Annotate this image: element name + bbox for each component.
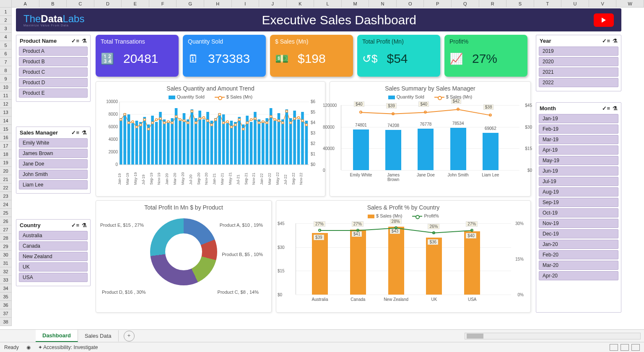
slicer-country[interactable]: Country✓≡⚗ AustraliaCanadaNew ZealandUKU… (16, 219, 91, 286)
view-normal-icon[interactable] (610, 344, 618, 351)
svg-point-114 (305, 124, 307, 126)
svg-point-110 (298, 116, 300, 119)
slicer-item[interactable]: Liam Lee (19, 180, 88, 189)
slicer-item[interactable]: Product C (19, 67, 88, 77)
kpi-row: Total Transations🔢20481 Quantity Sold🗓37… (96, 35, 527, 77)
svg-point-60 (199, 118, 201, 120)
slicer-item[interactable]: Jane Doe (19, 159, 88, 168)
slicer-item[interactable]: Feb-20 (539, 250, 618, 259)
kpi-quantity: Quantity Sold🗓373383 (183, 35, 266, 77)
slicer-item[interactable]: Mar-20 (539, 261, 618, 270)
svg-point-54 (187, 122, 189, 124)
tab-dashboard[interactable]: Dashboard (36, 330, 78, 342)
svg-point-22 (124, 114, 126, 116)
svg-text:May-21: May-21 (228, 172, 232, 185)
svg-text:Sep-21: Sep-21 (244, 173, 248, 185)
slicer-item[interactable]: Mar-19 (539, 135, 618, 144)
clear-filter-icon[interactable]: ⚗ (82, 38, 87, 44)
slicer-item[interactable]: John Smith (19, 170, 88, 179)
view-pagebreak-icon[interactable] (631, 344, 640, 351)
clear-filter-icon[interactable]: ⚗ (613, 105, 618, 111)
svg-rect-91 (262, 121, 265, 165)
slicer-item[interactable]: Sep-19 (539, 198, 618, 207)
view-layout-icon[interactable] (621, 344, 629, 351)
slicer-item[interactable]: Australia (19, 231, 88, 240)
slicer-item[interactable]: Dec-19 (539, 229, 618, 238)
svg-rect-33 (147, 124, 150, 165)
slicer-item[interactable]: Emily White (19, 138, 88, 148)
chart-trend[interactable]: Sales Quantity and Amount Trend Quantity… (96, 81, 325, 197)
slicer-item[interactable]: USA (19, 273, 88, 282)
svg-rect-55 (191, 109, 194, 165)
slicer-product[interactable]: Product Name✓≡⚗ Product AProduct BProduc… (16, 35, 91, 102)
slicer-item[interactable]: UK (19, 262, 88, 272)
clear-filter-icon[interactable]: ⚗ (82, 129, 87, 136)
svg-point-102 (282, 122, 284, 124)
clear-filter-icon[interactable]: ⚗ (82, 222, 87, 228)
svg-point-26 (132, 121, 134, 123)
slicer-item[interactable]: 2022 (539, 78, 618, 87)
slicer-manager[interactable]: Sales Manager✓≡⚗ Emily WhiteJames BrownJ… (16, 127, 91, 194)
svg-text:Nov-19: Nov-19 (157, 173, 161, 185)
tab-salesdata[interactable]: Sales Data (78, 330, 119, 342)
slicer-item[interactable]: 2019 (539, 47, 618, 56)
multiselect-icon[interactable]: ✓≡ (602, 105, 610, 111)
slicer-item[interactable]: Oct-19 (539, 208, 618, 217)
svg-rect-29 (139, 122, 142, 165)
slicer-item[interactable]: Jun-19 (539, 166, 618, 176)
svg-text:Sep-22: Sep-22 (291, 173, 296, 185)
svg-text:$6: $6 (311, 99, 316, 104)
svg-rect-109 (297, 119, 300, 165)
slicer-item[interactable]: Jan-19 (539, 114, 618, 123)
slicer-item[interactable]: Apr-20 (539, 271, 618, 280)
slicer-item[interactable]: New Zealand (19, 252, 88, 261)
chart-title: Sales & Profit % by Country (280, 204, 526, 211)
svg-point-74 (226, 121, 229, 123)
svg-point-104 (286, 110, 288, 112)
svg-point-80 (238, 119, 240, 121)
chart-donut[interactable]: Total Profit In Mn $ by Product Product … (96, 200, 272, 313)
chart-country[interactable]: Sales & Profit % by Country $ Sales (Mn)… (276, 200, 531, 313)
add-sheet-button[interactable]: + (124, 331, 135, 342)
multiselect-icon[interactable]: ✓≡ (602, 38, 610, 44)
accessibility-status[interactable]: ✦ Accessibility: Investigate (38, 344, 98, 350)
svg-text:Mar-21: Mar-21 (220, 173, 224, 185)
slicer-item[interactable]: James Brown (19, 149, 88, 158)
slicer-item[interactable]: Canada (19, 241, 88, 251)
slicer-item[interactable]: Product E (19, 88, 88, 98)
svg-rect-57 (195, 118, 197, 165)
slicer-item[interactable]: Product B (19, 57, 88, 66)
slicer-item[interactable]: Product D (19, 78, 88, 87)
slicer-item[interactable]: May-19 (539, 156, 618, 165)
multiselect-icon[interactable]: ✓≡ (71, 222, 79, 228)
slicer-item[interactable]: Product A (19, 47, 88, 56)
slicer-item[interactable]: Aug-19 (539, 187, 618, 197)
multiselect-icon[interactable]: ✓≡ (71, 129, 79, 136)
svg-text:Sep-19: Sep-19 (149, 173, 153, 185)
slicer-month[interactable]: Month✓≡⚗ Jan-19Feb-19Mar-19Apr-19May-19J… (536, 102, 621, 313)
slicer-item[interactable]: Feb-19 (539, 124, 618, 134)
slicer-item[interactable]: Jan-20 (539, 240, 618, 249)
macro-record-icon[interactable]: ◉ (26, 344, 31, 350)
svg-text:Jan-19: Jan-19 (117, 173, 122, 185)
slicer-item[interactable]: Jul-19 (539, 177, 618, 186)
svg-point-84 (246, 122, 248, 124)
horizontal-scrollbar[interactable] (465, 333, 641, 339)
svg-text:Mar-22: Mar-22 (267, 173, 272, 185)
slicer-item[interactable]: 2021 (539, 67, 618, 77)
slicer-item[interactable]: Nov-19 (539, 219, 618, 228)
youtube-icon[interactable] (594, 13, 614, 27)
slicer-year[interactable]: Year✓≡⚗ 2019202020212022 (536, 35, 621, 91)
calendar-icon: 🗓 (188, 52, 199, 65)
slicer-item[interactable]: 2020 (539, 57, 618, 66)
svg-rect-113 (305, 121, 308, 165)
svg-point-50 (179, 119, 181, 121)
clear-filter-icon[interactable]: ⚗ (613, 38, 618, 44)
multiselect-icon[interactable]: ✓≡ (71, 38, 79, 44)
svg-point-112 (301, 120, 304, 122)
svg-text:2000: 2000 (109, 150, 118, 154)
chart-manager[interactable]: Sales Summary by Sales Manager Quantity … (330, 81, 531, 197)
slicer-item[interactable]: Apr-19 (539, 145, 618, 155)
svg-text:$5: $5 (311, 110, 316, 114)
chart-legend: $ Sales (Mn)Profit% (280, 213, 526, 218)
